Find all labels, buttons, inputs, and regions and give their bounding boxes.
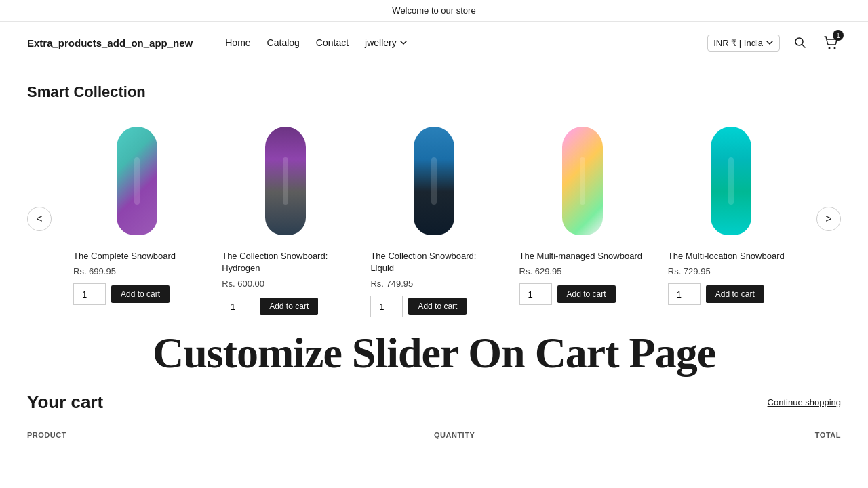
product-card-2: The Collection Snowboard: Liquid Rs. 749… <box>359 115 508 323</box>
snowboard-image-4 <box>711 127 751 235</box>
product-add-row-1: Add to cart <box>222 296 318 317</box>
announcement-bar: Welcome to our store <box>0 0 868 22</box>
add-to-cart-1[interactable]: Add to cart <box>260 298 318 315</box>
add-to-cart-0[interactable]: Add to cart <box>111 285 170 303</box>
collection-title: Smart Collection <box>27 83 841 101</box>
product-price-4: Rs. 729.95 <box>668 266 711 277</box>
nav-home[interactable]: Home <box>225 37 250 48</box>
cart-button[interactable]: 1 <box>821 33 841 53</box>
nav-contact[interactable]: Contact <box>316 37 349 48</box>
product-qty-3[interactable] <box>519 283 552 305</box>
add-to-cart-4[interactable]: Add to cart <box>706 285 764 303</box>
currency-selector[interactable]: INR ₹ | India <box>707 35 780 52</box>
product-price-3: Rs. 629.95 <box>519 266 562 277</box>
slider-prev-button[interactable]: < <box>27 207 52 231</box>
product-card-4: The Multi-location Snowboard Rs. 729.95 … <box>657 115 806 323</box>
announcement-text: Welcome to our store <box>392 5 475 16</box>
chevron-down-icon <box>766 39 774 47</box>
product-image-2 <box>370 120 497 242</box>
cart-count-badge: 1 <box>833 30 844 41</box>
header: Extra_products_add_on_app_new Home Catal… <box>0 22 868 64</box>
product-name-4: The Multi-location Snowboard <box>668 250 785 262</box>
customize-title: Customize Slider On Cart Page <box>27 328 841 378</box>
add-to-cart-2[interactable]: Add to cart <box>408 298 467 315</box>
snowboard-image-1 <box>265 127 306 235</box>
slider-next-button[interactable]: > <box>816 207 841 231</box>
product-name-1: The Collection Snowboard: Hydrogen <box>222 250 349 274</box>
svg-point-3 <box>834 47 836 49</box>
product-card-1: The Collection Snowboard: Hydrogen Rs. 6… <box>211 115 359 323</box>
product-price-0: Rs. 699.95 <box>73 266 116 277</box>
cart-table-header: PRODUCT QUANTITY TOTAL <box>27 424 841 446</box>
nav-catalog[interactable]: Catalog <box>267 37 300 48</box>
product-name-3: The Multi-managed Snowboard <box>519 250 642 262</box>
product-name-0: The Complete Snowboard <box>73 250 176 262</box>
product-image-1 <box>222 120 349 242</box>
cart-col-total-header: TOTAL <box>678 431 841 439</box>
cart-col-quantity-header: QUANTITY <box>434 431 678 439</box>
product-image-4 <box>668 120 795 242</box>
product-slider: < The Complete Snowboard Rs. 699.95 Add … <box>27 115 841 323</box>
nav-jwellery[interactable]: jwellery <box>365 37 408 48</box>
product-add-row-2: Add to cart <box>370 296 467 317</box>
snowboard-image-2 <box>414 127 454 235</box>
chevron-down-icon <box>399 39 408 47</box>
product-name-2: The Collection Snowboard: Liquid <box>370 250 497 274</box>
product-qty-1[interactable] <box>222 296 254 317</box>
product-image-0 <box>73 120 200 242</box>
product-add-row-3: Add to cart <box>519 283 616 305</box>
cart-header-row: Your cart Continue shopping <box>27 392 841 413</box>
snowboard-image-3 <box>562 127 603 235</box>
svg-line-1 <box>802 45 806 48</box>
cart-col-product-header: PRODUCT <box>27 431 434 439</box>
main-content: Smart Collection < The Complete Snowboar… <box>0 83 868 446</box>
product-add-row-0: Add to cart <box>73 283 170 305</box>
product-qty-4[interactable] <box>668 283 701 305</box>
continue-shopping-link[interactable]: Continue shopping <box>768 397 841 407</box>
cart-section: Your cart Continue shopping PRODUCT QUAN… <box>27 392 841 446</box>
svg-point-2 <box>829 47 831 49</box>
product-add-row-4: Add to cart <box>668 283 764 305</box>
product-qty-0[interactable] <box>73 283 106 305</box>
site-logo[interactable]: Extra_products_add_on_app_new <box>27 37 193 49</box>
search-icon <box>793 36 807 49</box>
product-card-3: The Multi-managed Snowboard Rs. 629.95 A… <box>509 115 657 323</box>
cart-title: Your cart <box>27 392 103 413</box>
header-right: INR ₹ | India 1 <box>707 33 841 53</box>
product-qty-2[interactable] <box>370 296 403 317</box>
product-price-1: Rs. 600.00 <box>222 279 264 289</box>
products-row: The Complete Snowboard Rs. 699.95 Add to… <box>52 115 816 323</box>
main-nav: Home Catalog Contact jwellery <box>225 37 686 48</box>
product-image-3 <box>519 120 646 242</box>
snowboard-image-0 <box>117 127 157 235</box>
search-button[interactable] <box>791 33 810 52</box>
product-price-2: Rs. 749.95 <box>370 279 413 289</box>
product-card-0: The Complete Snowboard Rs. 699.95 Add to… <box>62 115 211 323</box>
add-to-cart-3[interactable]: Add to cart <box>557 285 616 303</box>
